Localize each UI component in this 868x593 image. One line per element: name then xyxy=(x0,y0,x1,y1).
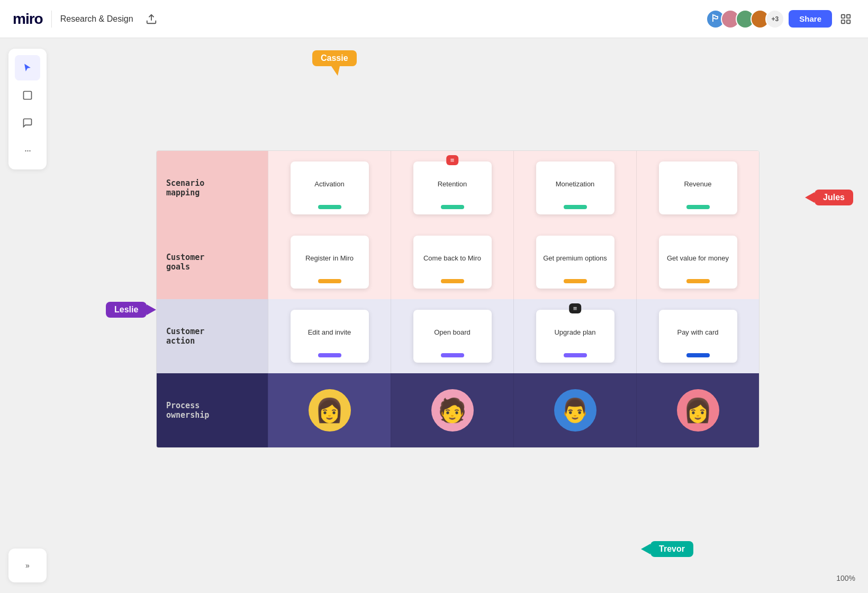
callout-cassie: Cassie xyxy=(312,50,357,76)
process-avatar-3: 👨 xyxy=(554,389,596,432)
retention-tag-icon: ≡ xyxy=(450,156,455,164)
process-avatar-2: 🧑 xyxy=(431,389,474,432)
scenario-table: Scenariomapping Activation ≡ Retention xyxy=(156,150,760,448)
callout-bubble-leslie: Leslie xyxy=(106,302,147,318)
card-text-activation: Activation xyxy=(314,169,344,200)
card-bar-value xyxy=(686,279,710,283)
card-open-board[interactable]: Open board xyxy=(413,310,492,363)
card-edit-invite[interactable]: Edit and invite xyxy=(291,310,369,363)
card-bar-activation xyxy=(318,205,341,209)
callout-bubble-jules: Jules xyxy=(815,190,853,205)
topbar-right: 🏳 +3 Share xyxy=(706,10,855,29)
callout-arrow-leslie xyxy=(147,304,156,315)
svg-rect-2 xyxy=(847,14,850,17)
upgrade-tag: ≡ xyxy=(569,303,582,313)
board-canvas: Scenariomapping Activation ≡ Retention xyxy=(58,48,857,551)
card-text-premium: Get premium options xyxy=(543,243,607,274)
table-row-action: Customeraction Edit and invite Open boar… xyxy=(157,299,759,373)
retention-tag: ≡ xyxy=(446,155,459,165)
sidebar-item-more[interactable]: ··· xyxy=(15,138,40,163)
cell-pay-card: Pay with card xyxy=(636,299,759,373)
upload-button[interactable] xyxy=(142,10,161,29)
card-monetization[interactable]: Monetization xyxy=(536,161,614,214)
card-bar-edit-invite xyxy=(318,353,341,357)
left-sidebar: ··· xyxy=(8,49,47,169)
cell-activation: Activation xyxy=(268,151,391,225)
card-pay-card[interactable]: Pay with card xyxy=(659,310,737,363)
row-label-scenario: Scenariomapping xyxy=(157,151,268,225)
row-label-goals: Customergoals xyxy=(157,225,268,299)
cell-premium: Get premium options xyxy=(513,225,636,299)
card-value[interactable]: Get value for money xyxy=(659,236,737,289)
card-text-revenue: Revenue xyxy=(684,169,711,200)
cell-edit-invite: Edit and invite xyxy=(268,299,391,373)
collapse-button[interactable]: » xyxy=(15,553,40,578)
row-label-action: Customeraction xyxy=(157,299,268,373)
bottom-sidebar: » xyxy=(8,549,47,582)
card-text-open-board: Open board xyxy=(434,317,471,348)
card-bar-open-board xyxy=(441,353,464,357)
card-text-value: Get value for money xyxy=(667,243,729,274)
sidebar-item-cursor[interactable] xyxy=(15,55,40,80)
zoom-level: 100% xyxy=(836,574,855,582)
cell-process-2: 🧑 xyxy=(391,373,513,447)
svg-rect-1 xyxy=(842,14,845,17)
card-bar-register xyxy=(318,279,341,283)
board-title: Research & Design xyxy=(60,14,133,24)
upgrade-tag-icon: ≡ xyxy=(573,304,577,312)
card-bar-monetization xyxy=(564,205,587,209)
cell-comeback: Come back to Miro xyxy=(391,225,513,299)
cell-register: Register in Miro xyxy=(268,225,391,299)
menu-icon[interactable] xyxy=(836,10,855,29)
sidebar-item-sticky[interactable] xyxy=(15,83,40,108)
card-bar-comeback xyxy=(441,279,464,283)
share-button[interactable]: Share xyxy=(789,10,832,28)
callout-bubble-cassie: Cassie xyxy=(312,50,357,66)
card-text-monetization: Monetization xyxy=(556,169,595,200)
card-upgrade[interactable]: ≡ Upgrade plan xyxy=(536,310,614,363)
cell-process-1: 👩 xyxy=(268,373,391,447)
cell-monetization: Monetization xyxy=(513,151,636,225)
card-text-register: Register in Miro xyxy=(305,243,354,274)
card-premium[interactable]: Get premium options xyxy=(536,236,614,289)
card-register[interactable]: Register in Miro xyxy=(291,236,369,289)
card-text-retention: Retention xyxy=(438,169,467,200)
cell-value: Get value for money xyxy=(636,225,759,299)
card-bar-retention xyxy=(441,205,464,209)
svg-rect-3 xyxy=(842,20,845,23)
card-bar-pay-card xyxy=(686,353,710,357)
cell-open-board: Open board xyxy=(391,299,513,373)
process-avatar-1: 👩 xyxy=(309,389,351,432)
cell-process-4: 👩 xyxy=(636,373,759,447)
card-bar-premium xyxy=(564,279,587,283)
avatar-more[interactable]: +3 xyxy=(765,10,784,29)
topbar: miro Research & Design 🏳 +3 Share xyxy=(0,0,868,38)
sidebar-item-comment[interactable] xyxy=(15,110,40,136)
table-row-goals: Customergoals Register in Miro Come back… xyxy=(157,225,759,299)
card-revenue[interactable]: Revenue xyxy=(659,161,737,214)
table-row: Scenariomapping Activation ≡ Retention xyxy=(157,151,759,225)
card-bar-revenue xyxy=(686,205,710,209)
cell-process-3: 👨 xyxy=(513,373,636,447)
svg-rect-5 xyxy=(24,92,32,100)
callout-arrow-cassie xyxy=(331,66,340,76)
card-retention[interactable]: ≡ Retention xyxy=(413,161,492,214)
topbar-divider xyxy=(51,11,52,28)
callout-jules: Jules xyxy=(805,190,853,205)
card-activation[interactable]: Activation xyxy=(291,161,369,214)
row-label-process: Processownership xyxy=(157,373,268,447)
callout-arrow-jules xyxy=(805,192,815,203)
cell-revenue: Revenue xyxy=(636,151,759,225)
card-text-edit-invite: Edit and invite xyxy=(308,317,351,348)
callout-arrow-trevor xyxy=(641,544,650,554)
callout-bubble-trevor: Trevor xyxy=(650,541,693,557)
card-comeback[interactable]: Come back to Miro xyxy=(413,236,492,289)
card-text-comeback: Come back to Miro xyxy=(423,243,481,274)
miro-logo: miro xyxy=(13,11,43,28)
avatar-group: 🏳 +3 xyxy=(706,10,784,29)
process-avatar-4: 👩 xyxy=(677,389,719,432)
table-row-process: Processownership 👩 🧑 👨 👩 xyxy=(157,373,759,447)
cell-retention: ≡ Retention xyxy=(391,151,513,225)
callout-leslie: Leslie xyxy=(106,302,156,318)
svg-rect-4 xyxy=(847,20,850,23)
